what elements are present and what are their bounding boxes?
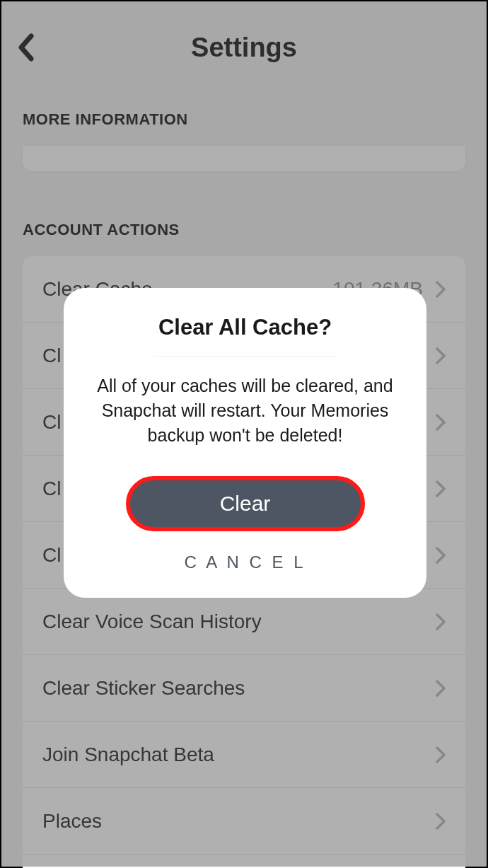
settings-screen: Settings MORE INFORMATION ACCOUNT ACTION… [0,0,488,868]
dialog-divider [153,356,337,357]
clear-button[interactable]: Clear [126,476,365,531]
clear-cache-dialog: Clear All Cache? All of your caches will… [64,288,426,598]
dialog-body: All of your caches will be cleared, and … [83,374,407,448]
dialog-title: Clear All Cache? [83,315,407,340]
cancel-button[interactable]: C A N C E L [170,547,320,578]
